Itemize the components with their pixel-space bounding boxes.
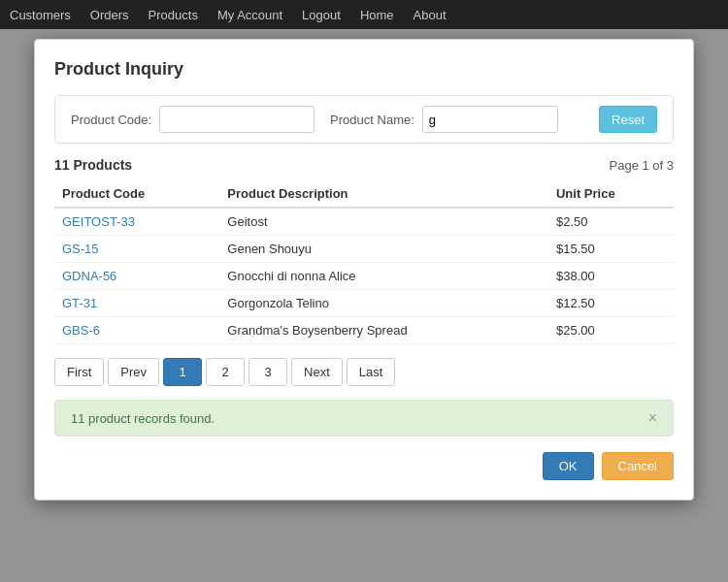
products-count: 11 Products (54, 157, 132, 173)
alert-text: 11 product records found. (71, 411, 215, 426)
product-code-group: Product Code: (71, 106, 314, 133)
page-2[interactable]: 2 (206, 358, 245, 386)
modal-title: Product Inquiry (54, 59, 674, 80)
nav-products[interactable]: Products (149, 8, 198, 22)
product-description-cell: Gnocchi di nonna Alice (219, 263, 548, 290)
product-price-cell: $15.50 (548, 236, 674, 263)
product-code-link[interactable]: GEITOST-33 (62, 214, 135, 229)
product-code-input[interactable] (159, 106, 314, 133)
nav-home[interactable]: Home (360, 8, 394, 22)
product-code-cell: GEITOST-33 (54, 208, 219, 236)
alert-message: 11 product records found. × (54, 400, 674, 436)
page-first[interactable]: First (54, 358, 104, 386)
product-code-link[interactable]: GDNA-56 (62, 269, 116, 283)
modal-footer: OK Cancel (54, 452, 674, 480)
product-price-cell: $12.50 (548, 290, 674, 317)
product-description-cell: Genen Shouyu (219, 236, 548, 263)
pagination: First Prev 1 2 3 Next Last (54, 358, 674, 386)
product-code-link[interactable]: GS-15 (62, 242, 99, 256)
nav-bar: Customers Orders Products My Account Log… (0, 0, 728, 29)
page-prev[interactable]: Prev (108, 358, 159, 386)
product-code-cell: GT-31 (54, 290, 219, 317)
alert-close-button[interactable]: × (648, 410, 657, 426)
product-price-cell: $25.00 (548, 317, 674, 344)
reset-button[interactable]: Reset (599, 106, 657, 133)
product-code-cell: GBS-6 (54, 317, 219, 344)
product-table: Product Code Product Description Unit Pr… (54, 180, 674, 344)
product-price-cell: $2.50 (548, 208, 674, 236)
ok-button[interactable]: OK (543, 452, 594, 480)
product-name-label: Product Name: (330, 113, 414, 127)
product-description-cell: Grandma's Boysenberry Spread (219, 317, 548, 344)
product-code-cell: GS-15 (54, 236, 219, 263)
table-row: GEITOST-33 Geitost $2.50 (54, 208, 674, 236)
product-description-cell: Geitost (219, 208, 548, 236)
product-name-group: Product Name: (330, 106, 558, 133)
page-last[interactable]: Last (347, 358, 396, 386)
table-row: GS-15 Genen Shouyu $15.50 (54, 236, 674, 263)
nav-about[interactable]: About (414, 8, 447, 22)
product-inquiry-modal: Product Inquiry Product Code: Product Na… (34, 39, 694, 501)
nav-orders[interactable]: Orders (90, 8, 129, 22)
table-row: GBS-6 Grandma's Boysenberry Spread $25.0… (54, 317, 674, 344)
modal-overlay: Product Inquiry Product Code: Product Na… (0, 29, 728, 582)
product-code-link[interactable]: GT-31 (62, 296, 97, 310)
table-row: GDNA-56 Gnocchi di nonna Alice $38.00 (54, 263, 674, 290)
col-product-description: Product Description (219, 180, 548, 208)
col-product-code: Product Code (54, 180, 219, 208)
nav-logout[interactable]: Logout (302, 8, 341, 22)
page-1[interactable]: 1 (163, 358, 202, 386)
page-info: Page 1 of 3 (610, 158, 675, 173)
page-next[interactable]: Next (291, 358, 343, 386)
nav-myaccount[interactable]: My Account (217, 8, 282, 22)
table-row: GT-31 Gorgonzola Telino $12.50 (54, 290, 674, 317)
col-unit-price: Unit Price (548, 180, 674, 208)
product-name-input[interactable] (422, 106, 558, 133)
product-description-cell: Gorgonzola Telino (219, 290, 548, 317)
cancel-button[interactable]: Cancel (602, 452, 674, 480)
product-price-cell: $38.00 (548, 263, 674, 290)
page-3[interactable]: 3 (248, 358, 287, 386)
product-code-cell: GDNA-56 (54, 263, 219, 290)
table-info: 11 Products Page 1 of 3 (54, 157, 674, 173)
search-form: Product Code: Product Name: Reset (54, 95, 674, 144)
product-code-link[interactable]: GBS-6 (62, 323, 100, 338)
product-code-label: Product Code: (71, 113, 151, 127)
nav-customers[interactable]: Customers (10, 8, 71, 22)
